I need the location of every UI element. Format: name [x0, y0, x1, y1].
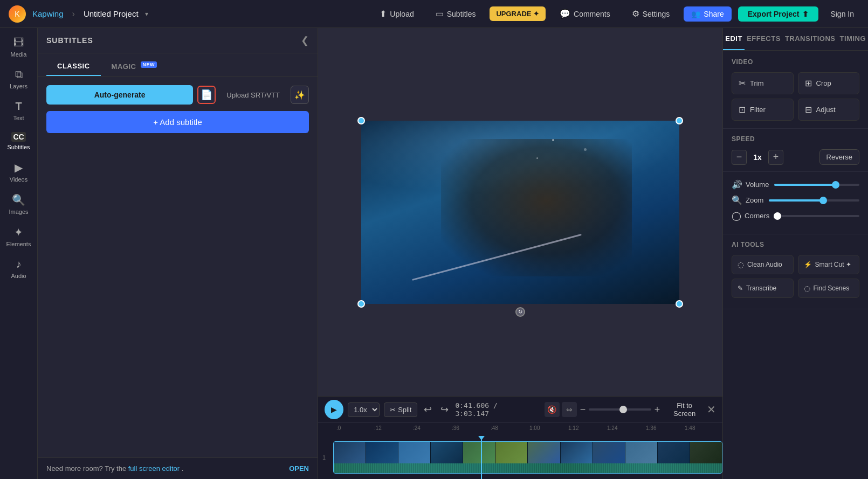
filter-button[interactable]: ⊡ Filter [732, 99, 794, 121]
zoom-slider[interactable] [589, 408, 651, 411]
subtitles-icon: ▭ [436, 9, 444, 19]
play-icon: ▶ [331, 405, 337, 414]
zoom-in-button[interactable]: + [655, 404, 660, 415]
project-dropdown-icon[interactable]: ▾ [145, 10, 148, 18]
sidebar-item-media[interactable]: 🎞 Media [3, 32, 35, 62]
sidebar-item-audio[interactable]: ♪ Audio [3, 254, 35, 283]
settings-button[interactable]: ⚙ Settings [624, 5, 678, 22]
fit-to-screen-button[interactable]: Fit to Screen [665, 401, 704, 418]
volume-slider-row: 🔊 Volume [732, 179, 859, 190]
volume-icon: 🔊 [732, 179, 742, 190]
corners-slider-row: ◯ Corners [732, 211, 859, 221]
ai-tools-row-2: ✎ Transcribe ◌ Find Scenes [732, 279, 859, 298]
zoom-out-button[interactable]: − [580, 404, 586, 415]
zoom-slider-track[interactable] [769, 199, 859, 202]
split-button[interactable]: ✂ Split [384, 402, 417, 417]
signin-button[interactable]: Sign In [825, 6, 859, 22]
upload-srt-icon-button[interactable]: 📄 [197, 86, 216, 104]
adjust-button[interactable]: ⊟ Adjust [798, 99, 860, 121]
auto-generate-button[interactable]: Auto-generate [46, 85, 193, 105]
handle-top-right[interactable] [676, 117, 683, 124]
play-button[interactable]: ▶ [325, 400, 343, 419]
speed-decrease-button[interactable]: − [732, 150, 747, 165]
app-logo: K [9, 5, 26, 23]
zoom-thumb[interactable] [819, 197, 827, 204]
find-scenes-button[interactable]: ◌ Find Scenes [798, 279, 860, 298]
ai-tools-title: AI TOOLS [732, 241, 859, 248]
ruler-mark-2: :24 [413, 425, 421, 431]
panel-close-button[interactable]: ❮ [301, 34, 309, 46]
open-editor-button[interactable]: OPEN [289, 464, 309, 473]
sidebar-item-images[interactable]: 🔍 Images [3, 189, 35, 219]
tab-effects[interactable]: EFFECTS [745, 28, 783, 50]
comments-button[interactable]: 💬 Comments [552, 5, 618, 22]
mute-icon[interactable]: 🔇 [545, 402, 560, 417]
ruler-mark-8: 1:36 [646, 425, 656, 431]
speed-value: 1x [751, 153, 764, 162]
subtitles-sidebar-icon: CC [11, 132, 25, 142]
handle-bottom-right[interactable] [676, 300, 683, 308]
main-layout: 🎞 Media ⧉ Layers T Text CC Subtitles ▶ V… [0, 28, 868, 479]
corners-icon: ◯ [732, 211, 741, 221]
ruler-mark-1: :12 [374, 425, 382, 431]
tab-timing[interactable]: TIMING [838, 28, 869, 50]
sidebar-item-videos[interactable]: ▶ Videos [3, 157, 35, 187]
smart-cut-button[interactable]: ⚡ Smart Cut ✦ [798, 255, 860, 274]
sidebar-item-subtitles[interactable]: CC Subtitles [3, 128, 35, 155]
sidebar-item-text[interactable]: T Text [3, 96, 35, 126]
new-badge: NEW [141, 61, 157, 68]
tab-transitions[interactable]: TRANSITIONS [783, 28, 838, 50]
brand-link[interactable]: Kapwing [32, 9, 64, 18]
upload-button[interactable]: ⬆ Upload [372, 5, 421, 22]
volume-fill [774, 184, 835, 186]
full-screen-editor-link[interactable]: full screen editor [128, 464, 180, 473]
panel-tabs: CLASSIC MAGIC NEW [38, 53, 318, 77]
audio-balance-icon[interactable]: ⇔ [562, 402, 577, 417]
ruler-mark-9: 1:48 [685, 425, 695, 431]
volume-thumb[interactable] [832, 181, 839, 189]
images-icon: 🔍 [12, 193, 25, 206]
subtitles-nav-button[interactable]: ▭ Subtitles [428, 5, 484, 22]
tab-magic[interactable]: MAGIC NEW [101, 58, 168, 76]
tab-edit[interactable]: EDIT [723, 28, 745, 50]
speed-select[interactable]: 1.0x 0.5x 2.0x [348, 402, 380, 417]
project-title[interactable]: Untitled Project [84, 9, 139, 18]
sidebar-item-elements[interactable]: ✦ Elements [3, 221, 35, 252]
speed-increase-button[interactable]: + [768, 150, 783, 165]
video-preview[interactable]: ↻ [361, 121, 679, 304]
elements-icon: ✦ [14, 226, 23, 239]
volume-slider[interactable] [774, 184, 859, 186]
redo-button[interactable]: ↪ [438, 401, 451, 418]
filter-icon: ⊡ [739, 105, 746, 115]
undo-button[interactable]: ↩ [422, 401, 434, 418]
transcribe-button[interactable]: ✎ Transcribe [732, 279, 794, 298]
add-subtitle-button[interactable]: + Add subtitle [46, 111, 309, 133]
comments-icon: 💬 [560, 9, 570, 19]
video-strip[interactable] [333, 441, 722, 474]
export-button[interactable]: Export Project ⬆ [738, 6, 819, 22]
corners-slider[interactable] [775, 215, 859, 217]
video-tools-section: VIDEO ✂ Trim ⊞ Crop ⊡ Filter ⊟ Adjust [723, 51, 868, 129]
subtitles-panel: SUBTITLES ❮ CLASSIC MAGIC NEW Auto-gener… [38, 28, 318, 479]
handle-top-left[interactable] [357, 117, 365, 124]
crop-button[interactable]: ⊞ Crop [798, 72, 860, 94]
zoom-controls: 🔇 ⇔ − + Fit to Screen ✕ [545, 401, 716, 418]
trim-button[interactable]: ✂ Trim [732, 72, 794, 94]
canvas-area: ↻ [318, 28, 722, 396]
crop-icon: ⊞ [805, 78, 812, 88]
tab-classic[interactable]: CLASSIC [46, 58, 101, 76]
close-timeline-button[interactable]: ✕ [707, 403, 716, 416]
magic-subtitle-button[interactable]: ✨ [291, 86, 309, 104]
handle-bottom-left[interactable] [357, 300, 365, 308]
sidebar-item-layers[interactable]: ⧉ Layers [3, 64, 35, 94]
reverse-button[interactable]: Reverse [819, 149, 859, 165]
upload-srt-button[interactable]: Upload SRT/VTT [218, 86, 288, 105]
handle-rotate[interactable]: ↻ [515, 307, 525, 317]
transcribe-icon: ✎ [738, 284, 743, 292]
corners-thumb[interactable] [774, 212, 781, 220]
panel-title: SUBTITLES [46, 36, 93, 45]
share-button[interactable]: 👥 Share [684, 6, 731, 22]
clean-audio-button[interactable]: ◌ Clean Audio [732, 255, 794, 274]
upgrade-button[interactable]: UPGRADE ✦ [490, 6, 546, 21]
playhead[interactable] [481, 436, 482, 479]
